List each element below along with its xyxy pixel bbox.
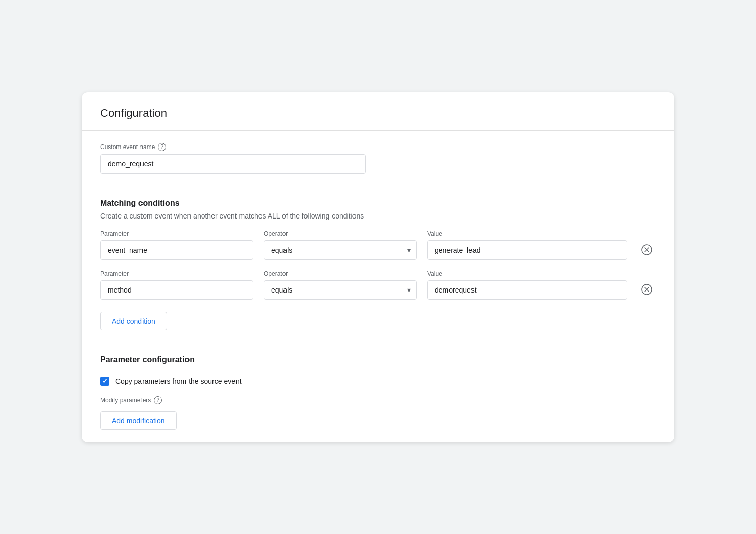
condition-2-operator-col: Operator equals contains starts with end… <box>264 270 417 300</box>
parameter-config-section: Parameter configuration ✓ Copy parameter… <box>82 343 674 442</box>
matching-conditions-section: Matching conditions Create a custom even… <box>82 186 674 343</box>
modify-params-help-icon[interactable]: ? <box>154 396 162 404</box>
condition-2-operator-label: Operator <box>264 270 417 277</box>
condition-2-param-input[interactable] <box>100 280 253 300</box>
condition-2-remove-icon <box>641 283 653 296</box>
condition-2-param-label: Parameter <box>100 270 253 277</box>
copy-params-label: Copy parameters from the source event <box>115 377 242 385</box>
custom-event-label: Custom event name ? <box>100 143 656 151</box>
configuration-card: Configuration Custom event name ? Matchi… <box>82 92 674 442</box>
matching-conditions-desc: Create a custom event when another event… <box>100 212 656 220</box>
condition-1-operator-col: Operator equals contains starts with end… <box>264 230 417 260</box>
condition-1-operator-select[interactable]: equals contains starts with ends with do… <box>264 240 417 260</box>
page-title: Configuration <box>100 107 656 120</box>
condition-2-operator-wrapper: equals contains starts with ends with do… <box>264 280 417 300</box>
condition-row-1: Parameter Operator equals contains start… <box>100 230 656 260</box>
condition-1-param-input[interactable] <box>100 240 253 260</box>
condition-2-remove-col <box>637 280 656 300</box>
custom-event-input[interactable] <box>100 154 366 174</box>
card-header: Configuration <box>82 92 674 130</box>
condition-1-value-input[interactable] <box>427 240 627 260</box>
condition-1-operator-wrapper: equals contains starts with ends with do… <box>264 240 417 260</box>
custom-event-help-icon[interactable]: ? <box>158 143 166 151</box>
condition-2-value-input[interactable] <box>427 280 627 300</box>
condition-1-remove-col <box>637 240 656 260</box>
condition-row-2: Parameter Operator equals contains start… <box>100 270 656 300</box>
condition-2-operator-select[interactable]: equals contains starts with ends with do… <box>264 280 417 300</box>
condition-1-param-label: Parameter <box>100 230 253 237</box>
copy-params-checkbox[interactable]: ✓ <box>100 377 109 386</box>
modify-params-label: Modify parameters ? <box>100 396 656 404</box>
custom-event-section: Custom event name ? <box>82 131 674 186</box>
condition-1-value-col: Value <box>427 230 627 260</box>
condition-2-param-col: Parameter <box>100 270 253 300</box>
condition-2-value-col: Value <box>427 270 627 300</box>
condition-2-remove-button[interactable] <box>637 280 656 299</box>
copy-params-row: ✓ Copy parameters from the source event <box>100 377 656 386</box>
parameter-config-title: Parameter configuration <box>100 355 656 365</box>
checkbox-check-icon: ✓ <box>102 378 108 384</box>
add-condition-button[interactable]: Add condition <box>100 312 167 330</box>
condition-1-remove-icon <box>641 244 653 256</box>
condition-1-value-label: Value <box>427 230 627 237</box>
condition-1-remove-button[interactable] <box>637 240 656 259</box>
matching-conditions-title: Matching conditions <box>100 199 656 208</box>
add-modification-button[interactable]: Add modification <box>100 411 177 430</box>
condition-2-value-label: Value <box>427 270 627 277</box>
condition-1-param-col: Parameter <box>100 230 253 260</box>
spacer <box>100 369 656 377</box>
condition-1-operator-label: Operator <box>264 230 417 237</box>
